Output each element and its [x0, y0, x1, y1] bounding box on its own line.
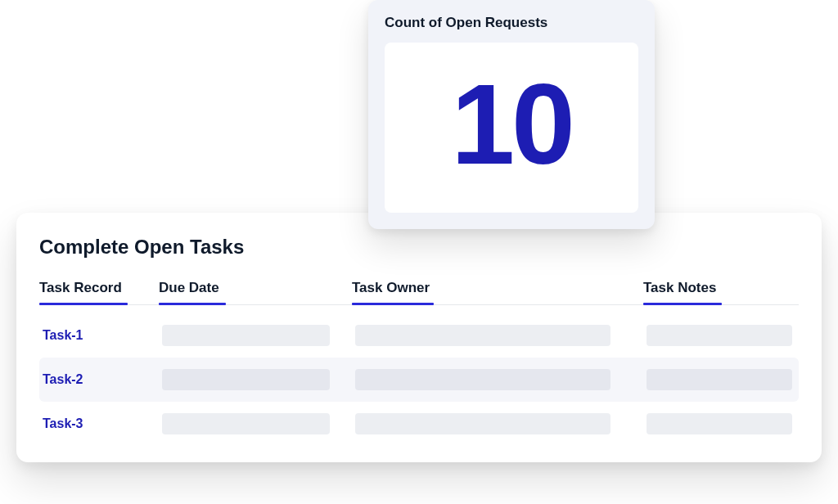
table-row: Task-3 — [39, 402, 799, 446]
column-header-notes[interactable]: Task Notes — [643, 280, 791, 304]
open-requests-count: 10 — [385, 67, 638, 182]
table-row: Task-1 — [39, 313, 799, 358]
cell-placeholder — [162, 325, 330, 346]
cell-placeholder — [647, 369, 792, 390]
open-requests-title: Count of Open Requests — [385, 15, 638, 31]
column-header-owner[interactable]: Task Owner — [352, 280, 630, 304]
table-row: Task-2 — [39, 358, 799, 402]
tasks-table-body: Task-1 Task-2 Task-3 — [39, 313, 799, 446]
cell-placeholder — [647, 325, 792, 346]
cell-placeholder — [162, 413, 330, 434]
open-tasks-card: Complete Open Tasks Task Record Due Date… — [16, 213, 822, 462]
column-header-record[interactable]: Task Record — [39, 280, 146, 304]
task-record-link[interactable]: Task-1 — [43, 328, 149, 343]
cell-placeholder — [647, 413, 792, 434]
cell-placeholder — [355, 413, 610, 434]
tasks-table-header: Task Record Due Date Task Owner Task Not… — [39, 280, 799, 305]
cell-placeholder — [162, 369, 330, 390]
open-requests-body: 10 — [385, 43, 638, 213]
task-record-link[interactable]: Task-2 — [43, 372, 149, 387]
cell-placeholder — [355, 325, 610, 346]
cell-placeholder — [355, 369, 610, 390]
open-tasks-title: Complete Open Tasks — [39, 236, 799, 259]
open-requests-card: Count of Open Requests 10 — [368, 0, 655, 229]
column-header-due-date[interactable]: Due Date — [159, 280, 339, 304]
task-record-link[interactable]: Task-3 — [43, 416, 149, 431]
